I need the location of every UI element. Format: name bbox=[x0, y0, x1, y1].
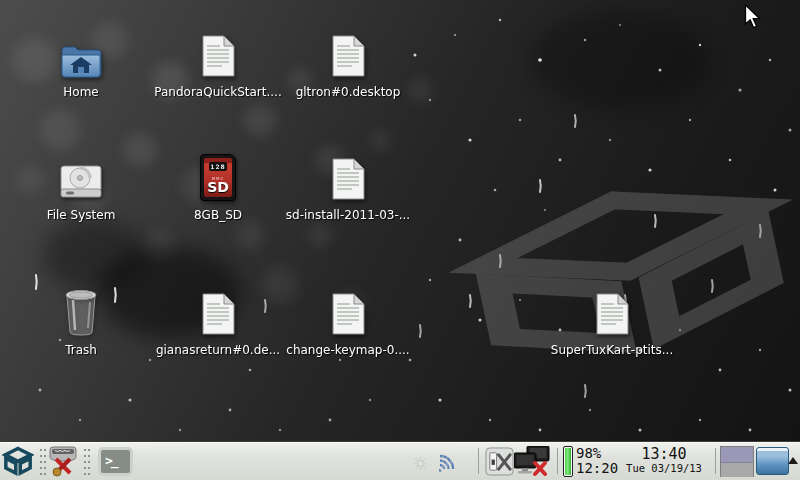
document-icon bbox=[143, 288, 293, 336]
network-offline-icon[interactable] bbox=[514, 446, 552, 480]
desktop-icon-supertuxkart[interactable]: SuperTuxKart-ptits... bbox=[537, 288, 687, 357]
wax-seal-package-icon bbox=[47, 445, 79, 477]
panel-separator bbox=[715, 448, 716, 474]
clock-time: 13:40 bbox=[621, 446, 707, 462]
sd-text: SD bbox=[201, 179, 235, 195]
sd-card-icon: 128 MMC SD bbox=[143, 153, 293, 201]
desktop-icon-change-keymap[interactable]: change-keymap-0.... bbox=[273, 288, 423, 357]
panel-handle[interactable] bbox=[39, 447, 46, 475]
desktop-icon-8gb-sd[interactable]: 128 MMC SD 8GB_SD bbox=[143, 153, 293, 222]
sd-capacity-badge: 128 bbox=[209, 162, 227, 171]
expand-arrow-icon[interactable] bbox=[788, 457, 798, 464]
desktop-icon-label: SuperTuxKart-ptits... bbox=[537, 343, 687, 357]
battery-remaining-time: 12:20 bbox=[576, 461, 618, 476]
battery-status[interactable]: 98% 12:20 bbox=[576, 446, 618, 476]
panel-separator bbox=[557, 448, 558, 474]
desktop-icon-label: gltron#0.desktop bbox=[273, 85, 423, 99]
desktop-icon-label: File System bbox=[6, 208, 156, 222]
terminal-launcher-button[interactable]: >_ bbox=[98, 447, 133, 476]
panel-handle[interactable] bbox=[83, 447, 90, 475]
document-icon bbox=[143, 30, 293, 78]
panel-separator bbox=[478, 448, 479, 474]
taskbar: >_ bbox=[0, 442, 800, 480]
desktop-icon-gianasreturn[interactable]: gianasreturn#0.de... bbox=[143, 288, 293, 357]
terminal-icon: >_ bbox=[98, 447, 133, 476]
brightness-icon[interactable] bbox=[414, 455, 427, 474]
trash-icon bbox=[6, 288, 156, 336]
workspace-pager bbox=[720, 446, 754, 477]
workspace-2[interactable] bbox=[721, 463, 753, 477]
input-settings-icon[interactable] bbox=[485, 447, 514, 480]
document-icon bbox=[273, 30, 423, 78]
desktop-icon-label: 8GB_SD bbox=[143, 208, 293, 222]
seal-launcher-button[interactable] bbox=[47, 445, 79, 480]
desktop-icon-home[interactable]: Home bbox=[6, 30, 156, 99]
pandora-cube-icon bbox=[2, 445, 34, 477]
desktop-icon-label: Trash bbox=[6, 343, 156, 357]
document-icon bbox=[537, 288, 687, 336]
show-desktop-window-button[interactable] bbox=[756, 447, 789, 475]
desktop: Home PandoraQuickStart.... bbox=[0, 0, 800, 480]
battery-fill-level bbox=[565, 448, 571, 475]
desktop-icon-file-system[interactable]: File System bbox=[6, 153, 156, 222]
desktop-icon-label: gianasreturn#0.de... bbox=[143, 343, 293, 357]
document-icon bbox=[273, 288, 423, 336]
desktop-icon-label: change-keymap-0.... bbox=[273, 343, 423, 357]
battery-indicator[interactable] bbox=[563, 446, 573, 477]
clock-date: Tue 03/19/13 bbox=[621, 462, 707, 474]
signal-strength-icon[interactable] bbox=[437, 450, 457, 476]
desktop-icon-label: Home bbox=[6, 85, 156, 99]
desktop-icon-sd-install[interactable]: sd-install-2011-03-... bbox=[273, 153, 423, 222]
pandora-menu-button[interactable] bbox=[2, 445, 34, 480]
desktop-icon-pandoraquickstart[interactable]: PandoraQuickStart.... bbox=[143, 30, 293, 99]
home-folder-icon bbox=[6, 30, 156, 78]
battery-percent: 98% bbox=[576, 446, 618, 461]
drive-icon bbox=[6, 153, 156, 201]
clock[interactable]: 13:40 Tue 03/19/13 bbox=[621, 446, 707, 474]
document-icon bbox=[273, 153, 423, 201]
desktop-icon-trash[interactable]: Trash bbox=[6, 288, 156, 357]
desktop-icon-gltron[interactable]: gltron#0.desktop bbox=[273, 30, 423, 99]
desktop-icon-label: sd-install-2011-03-... bbox=[273, 208, 423, 222]
desktop-icon-label: PandoraQuickStart.... bbox=[143, 85, 293, 99]
workspace-1-active[interactable] bbox=[721, 447, 753, 463]
